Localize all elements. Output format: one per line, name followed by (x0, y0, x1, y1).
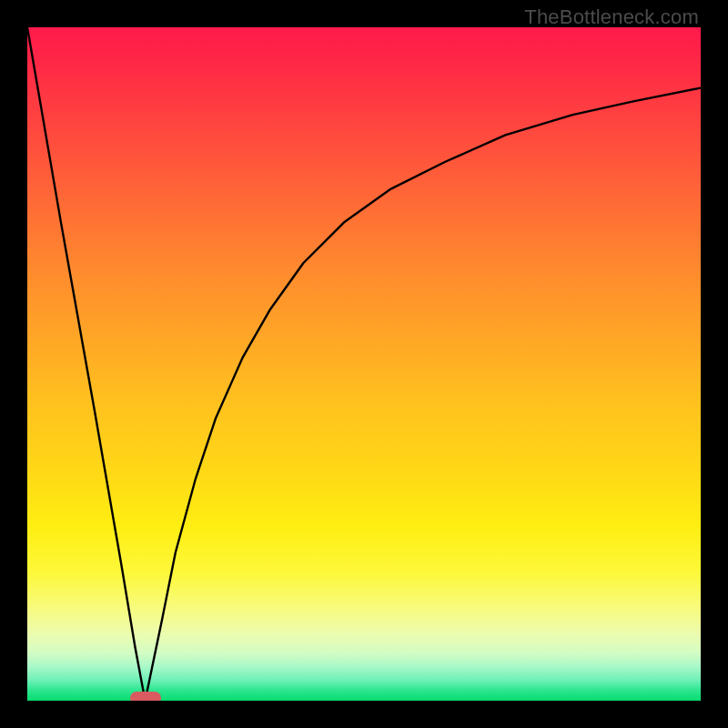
vertex-marker (130, 692, 161, 701)
plot-area (27, 27, 701, 701)
series-right-ascent (146, 88, 702, 701)
curve-svg (27, 27, 701, 701)
series-left-descent (27, 27, 146, 701)
chart-frame: TheBottleneck.com (0, 0, 728, 728)
watermark-text: TheBottleneck.com (524, 5, 699, 29)
